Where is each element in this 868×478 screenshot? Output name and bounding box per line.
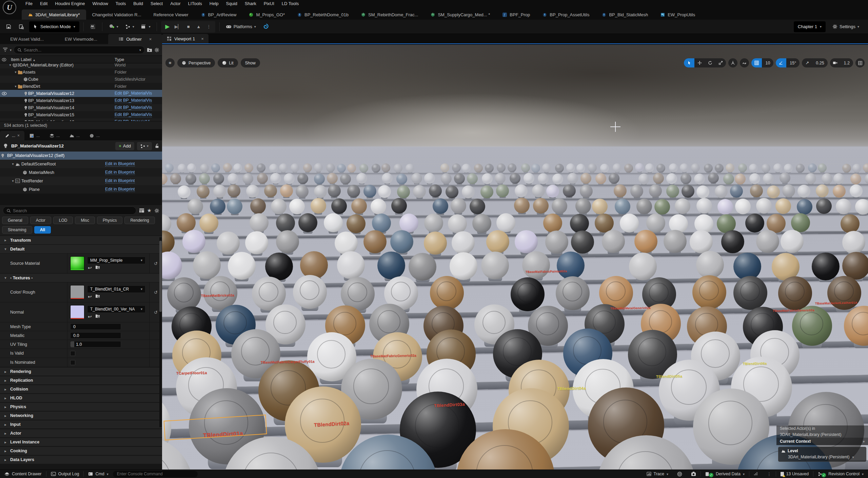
- outliner-row-blenddirt[interactable]: ▾BlendDirtFolder: [0, 83, 162, 90]
- menu-window[interactable]: Window: [89, 0, 112, 7]
- edit-in-blueprint-link[interactable]: Edit in Blueprint: [105, 170, 135, 175]
- material-sphere[interactable]: [390, 230, 413, 253]
- play-options-button[interactable]: ⋮: [204, 22, 214, 32]
- material-sphere[interactable]: [496, 213, 515, 232]
- material-sphere[interactable]: [634, 230, 657, 253]
- filter-misc[interactable]: Misc: [75, 217, 95, 224]
- blueprints-button[interactable]: ▾: [123, 22, 136, 32]
- material-sphere[interactable]: [424, 214, 443, 233]
- stop-button[interactable]: ■: [183, 22, 194, 32]
- menu-file[interactable]: File: [22, 0, 36, 7]
- material-sphere[interactable]: [430, 276, 464, 310]
- material-sphere[interactable]: [696, 251, 724, 279]
- component-row-plane[interactable]: PlaneEdit in Blueprint: [0, 185, 162, 194]
- outliner-settings-icon[interactable]: [154, 47, 159, 53]
- checkbox-is-valid[interactable]: [70, 351, 75, 356]
- current-context-header[interactable]: Current Context▾: [776, 438, 868, 445]
- material-sphere[interactable]: [324, 213, 343, 232]
- material-sphere[interactable]: [399, 214, 418, 233]
- material-sphere[interactable]: [337, 251, 365, 279]
- filter-physics[interactable]: Physics: [97, 217, 122, 224]
- material-sphere[interactable]: [298, 213, 317, 232]
- move-tool-button[interactable]: [694, 58, 705, 67]
- material-sphere[interactable]: [646, 214, 665, 233]
- material-sphere[interactable]: [842, 252, 868, 280]
- material-sphere[interactable]: [522, 251, 550, 279]
- material-sphere[interactable]: [228, 252, 256, 280]
- revision-control-dropdown[interactable]: ✓ Revision Control▾: [813, 470, 868, 478]
- add-component-button[interactable]: +Add: [115, 142, 134, 150]
- use-selected-asset-icon[interactable]: ↩: [88, 294, 92, 299]
- create-folder-icon[interactable]: [147, 47, 152, 52]
- filter-dropdown-chevron[interactable]: ▾: [10, 48, 12, 52]
- section-actor[interactable]: ▸Actor: [0, 429, 162, 437]
- derived-data-dropdown[interactable]: ✓ Derived Data▾: [701, 470, 749, 478]
- menu-pixui[interactable]: PixUI: [260, 0, 278, 7]
- material-sphere[interactable]: [472, 214, 491, 233]
- material-sphere[interactable]: [556, 276, 590, 310]
- section-collision[interactable]: ▸Collision: [0, 384, 162, 393]
- more-options-icon[interactable]: ⋮: [763, 470, 776, 478]
- close-details-tab-icon[interactable]: ×: [17, 133, 20, 138]
- texture-thumbnail[interactable]: [70, 285, 84, 299]
- filter-rendering[interactable]: Rendering: [124, 217, 155, 224]
- visibility-eye-icon[interactable]: [0, 92, 8, 95]
- show-dropdown[interactable]: Show: [241, 58, 260, 67]
- material-sphere[interactable]: [250, 213, 269, 232]
- expand-arrow[interactable]: ▾: [11, 162, 15, 166]
- section-replication[interactable]: ▸Replication: [0, 376, 162, 384]
- menu-houdini-engine[interactable]: Houdini Engine: [51, 0, 88, 7]
- cinematics-button[interactable]: ▾: [139, 22, 153, 32]
- material-sphere[interactable]: [245, 231, 268, 254]
- property-value-field[interactable]: 0.0: [70, 332, 121, 339]
- edit-blueprint-link[interactable]: Edit BP_MaterialVis: [115, 91, 152, 96]
- panel-tab-ew-viewmode-[interactable]: EW Viewmode...: [54, 34, 108, 44]
- outliner-row-bp-materialvisualizer16[interactable]: BP_MaterialVisualizer16Edit BP_MaterialV…: [0, 118, 162, 121]
- material-sphere[interactable]: [276, 230, 299, 253]
- material-sphere[interactable]: [193, 251, 221, 279]
- material-sphere[interactable]: [293, 275, 327, 309]
- material-sphere[interactable]: [347, 214, 366, 233]
- filter-streaming[interactable]: Streaming: [2, 226, 32, 234]
- current-level-dropdown[interactable]: 3DArt_MaterialLibrary (Persistent)▾: [781, 455, 863, 459]
- material-sphere[interactable]: [199, 214, 218, 233]
- material-sphere[interactable]: [545, 231, 568, 254]
- rotate-tool-button[interactable]: [705, 58, 715, 67]
- perspective-dropdown[interactable]: Perspective: [177, 58, 215, 67]
- material-sphere[interactable]: [182, 230, 205, 253]
- unsaved-button[interactable]: 13 Unsaved: [776, 470, 813, 478]
- world-coordinate-button[interactable]: [728, 58, 737, 67]
- select-tool-button[interactable]: [684, 58, 694, 67]
- details-tab-layers[interactable]: ...: [44, 131, 64, 140]
- panel-tab-ew-asset-valid-[interactable]: EW Asset Valid...: [0, 34, 54, 44]
- material-sphere[interactable]: [664, 230, 687, 253]
- material-sphere[interactable]: [570, 214, 589, 233]
- material-sphere[interactable]: [162, 331, 162, 380]
- display-manager-icon[interactable]: [139, 208, 144, 213]
- quixel-bridge-button[interactable]: MCsT: [88, 22, 98, 32]
- add-actor-button[interactable]: ▾: [106, 22, 120, 32]
- material-sphere[interactable]: [377, 252, 405, 279]
- column-type[interactable]: Type: [115, 57, 124, 62]
- filter-all[interactable]: All: [34, 226, 51, 234]
- material-sphere[interactable]: [177, 213, 196, 232]
- use-selected-asset-icon[interactable]: ↩: [88, 265, 92, 271]
- material-sphere[interactable]: [452, 231, 475, 254]
- edit-blueprint-link[interactable]: Edit BP_MaterialVis: [115, 105, 152, 110]
- browse-content-button[interactable]: [16, 22, 26, 32]
- material-sphere[interactable]: [721, 230, 744, 253]
- filter-icon[interactable]: [3, 48, 8, 52]
- play-button[interactable]: ▶: [162, 22, 173, 32]
- blueprint-edit-dropdown[interactable]: ▾: [137, 142, 152, 150]
- material-sphere[interactable]: [450, 252, 477, 280]
- material-sphere[interactable]: [756, 230, 779, 253]
- details-settings-icon[interactable]: [154, 208, 159, 213]
- platforms-dropdown[interactable]: Platforms▾: [224, 22, 258, 32]
- menu-select[interactable]: Select: [147, 0, 166, 7]
- edit-in-blueprint-link[interactable]: Edit in Blueprint: [105, 187, 135, 192]
- material-sphere[interactable]: [167, 277, 201, 311]
- material-sphere[interactable]: [162, 231, 175, 254]
- property-value-field[interactable]: 1.0: [70, 341, 121, 347]
- filter-lod[interactable]: LOD: [53, 217, 73, 224]
- slider-grip[interactable]: [71, 341, 74, 347]
